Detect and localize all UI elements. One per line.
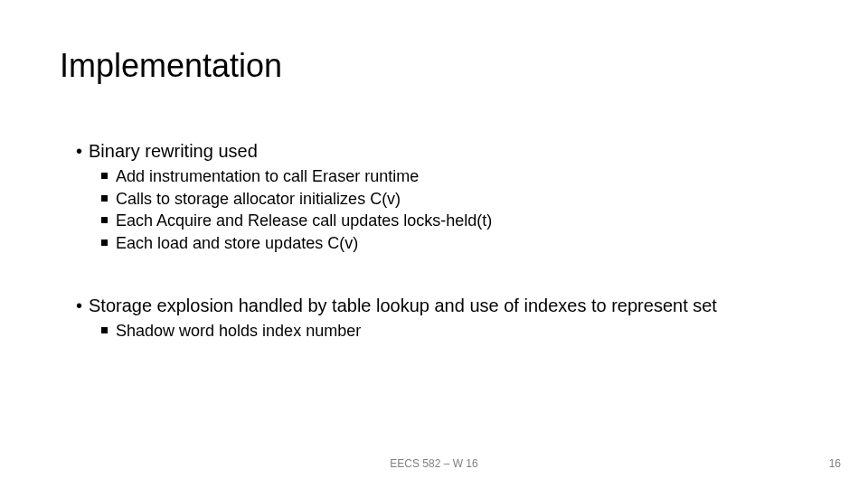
bullet-1: Binary rewriting used	[76, 140, 814, 163]
bullet-1-text: Binary rewriting used	[89, 141, 258, 161]
bullet-1-sub-4: Each load and store updates C(v)	[101, 233, 814, 254]
bullet-2-sub-1: Shadow word holds index number	[101, 321, 814, 342]
spacer	[76, 255, 814, 295]
bullet-1-sub-1: Add instrumentation to call Eraser runti…	[101, 166, 814, 187]
slide-content: Binary rewriting used Add instrumentatio…	[76, 140, 814, 343]
bullet-1-sub-2: Calls to storage allocator initializes C…	[101, 189, 814, 210]
bullet-1-sublist: Add instrumentation to call Eraser runti…	[101, 166, 814, 253]
footer-center: EECS 582 – W 16	[0, 457, 868, 470]
slide-title: Implementation	[60, 47, 282, 85]
footer-page-number: 16	[829, 457, 841, 470]
slide: Implementation Binary rewriting used Add…	[0, 0, 868, 488]
bullet-1-sub-3: Each Acquire and Release call updates lo…	[101, 211, 814, 231]
bullet-2: Storage explosion handled by table looku…	[76, 295, 814, 317]
bullet-2-text: Storage explosion handled by table looku…	[89, 296, 717, 315]
bullet-2-sublist: Shadow word holds index number	[101, 321, 814, 342]
